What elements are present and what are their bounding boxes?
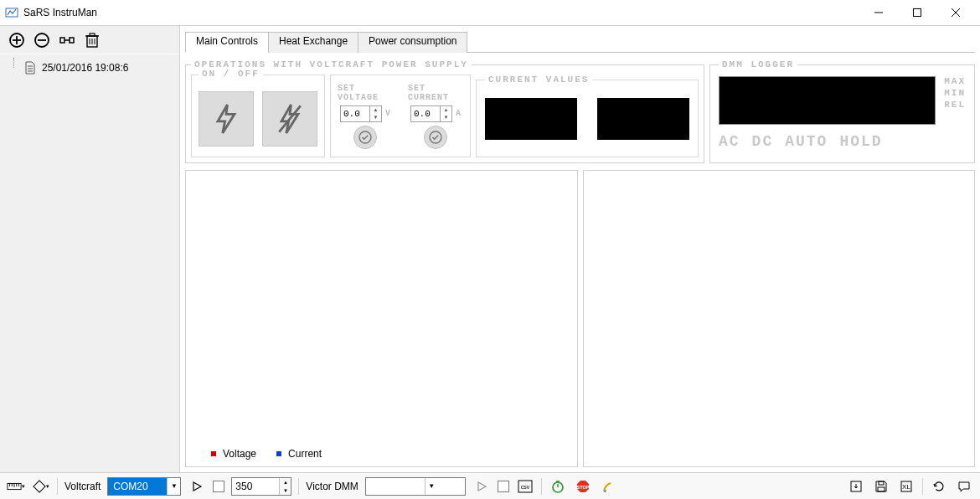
close-button[interactable]	[936, 0, 975, 25]
svg-rect-40	[879, 481, 884, 485]
current-values-group: CURRENT VALUES	[476, 75, 699, 157]
clean-button[interactable]	[599, 477, 617, 496]
chevron-down-icon: ▼	[425, 478, 438, 495]
title-bar: SaRS InstruMan	[0, 0, 980, 25]
voltcraft-port-value: COM20	[108, 478, 167, 495]
svg-rect-18	[90, 33, 95, 36]
content-area: Main Controls Heat Exchange Power consum…	[180, 26, 980, 472]
voltage-input[interactable]	[341, 106, 369, 121]
power-off-button[interactable]	[262, 91, 317, 147]
current-input[interactable]	[411, 106, 440, 121]
app-icon	[5, 6, 18, 19]
current-spinner[interactable]: ▲▼	[410, 105, 452, 122]
svg-rect-10	[60, 38, 64, 43]
timer-button[interactable]	[549, 477, 567, 496]
add-button[interactable]	[7, 30, 27, 50]
dmm-min-label: MIN	[944, 88, 966, 98]
chart-right	[583, 170, 976, 467]
remove-button[interactable]	[32, 30, 52, 50]
dmm-display	[719, 76, 936, 125]
chat-button[interactable]	[955, 477, 973, 496]
victor-checkbox[interactable]	[498, 481, 509, 492]
tab-bar: Main Controls Heat Exchange Power consum…	[185, 31, 975, 53]
victor-play-button[interactable]	[472, 477, 491, 496]
up-arrow-icon[interactable]: ▲	[441, 106, 451, 114]
maximize-button[interactable]	[898, 0, 936, 25]
svg-rect-31	[34, 480, 45, 491]
svg-text:XL: XL	[902, 483, 910, 491]
operations-group: OPERATIONS WITH VOLTCRAFT POWER SUPPLY O…	[185, 59, 704, 163]
status-bar: ▾ ▾ Voltcraft COM20 ▼ ▲▼ Victor DMM ▼ cs…	[0, 472, 980, 499]
dmm-rel-label: REL	[944, 100, 966, 110]
current-display	[597, 98, 689, 140]
victor-label: Victor DMM	[306, 481, 358, 492]
apply-voltage-button[interactable]	[353, 126, 377, 149]
up-arrow-icon[interactable]: ▲	[370, 106, 381, 114]
interval-spinner[interactable]: ▲▼	[231, 477, 291, 496]
chart-left: Voltage Current	[185, 170, 578, 467]
export-button[interactable]	[847, 477, 865, 496]
dmm-logger-group: DMM LOGGER MAX MIN REL AC DC AUTO HOLD	[709, 59, 975, 163]
window-title: SaRS InstruMan	[23, 7, 859, 18]
svg-text:csv: csv	[521, 484, 530, 490]
delete-button[interactable]	[82, 30, 102, 50]
minimize-button[interactable]	[859, 0, 898, 25]
svg-rect-2	[914, 9, 921, 17]
svg-rect-41	[878, 487, 885, 491]
set-current-label: SET CURRENT	[408, 84, 463, 102]
dmm-dc-indicator: DC	[752, 133, 774, 150]
document-icon	[23, 61, 37, 75]
link-button[interactable]	[57, 30, 77, 50]
csv-button[interactable]: csv	[516, 477, 534, 496]
legend-swatch-current	[276, 451, 281, 456]
svg-rect-11	[70, 38, 74, 43]
dmm-auto-indicator: AUTO	[785, 133, 828, 150]
save-button[interactable]	[872, 477, 890, 496]
session-tree[interactable]: 25/01/2016 19:08:6	[0, 54, 179, 81]
sidebar-toolbar	[0, 26, 179, 54]
dmm-title: DMM LOGGER	[719, 59, 797, 69]
voltcraft-label: Voltcraft	[64, 481, 101, 492]
tab-power-consumption[interactable]: Power consumption	[358, 32, 467, 53]
ruler-button[interactable]: ▾	[7, 477, 25, 496]
excel-button[interactable]: XL	[897, 477, 916, 496]
chevron-down-icon: ▼	[167, 478, 180, 495]
voltcraft-port-dropdown[interactable]: COM20 ▼	[107, 477, 181, 496]
down-arrow-icon[interactable]: ▼	[441, 114, 451, 121]
voltcraft-play-button[interactable]	[188, 477, 206, 496]
voltage-unit: V	[385, 109, 390, 118]
set-voltage-label: SET VOLTAGE	[338, 84, 393, 102]
victor-port-dropdown[interactable]: ▼	[365, 477, 466, 496]
power-on-button[interactable]	[199, 91, 254, 147]
tab-heat-exchange[interactable]: Heat Exchange	[268, 32, 358, 53]
victor-port-value	[366, 478, 425, 495]
sidebar: 25/01/2016 19:08:6	[0, 26, 180, 472]
voltcraft-checkbox[interactable]	[213, 481, 224, 492]
apply-current-button[interactable]	[424, 126, 447, 149]
legend-label-current: Current	[288, 448, 322, 460]
tab-main-controls[interactable]: Main Controls	[185, 32, 269, 53]
svg-text:STOP: STOP	[576, 484, 589, 489]
voltage-spinner[interactable]: ▲▼	[340, 105, 382, 122]
voltage-display	[485, 98, 577, 140]
stop-button[interactable]: STOP	[574, 477, 592, 496]
interval-input[interactable]	[232, 478, 279, 495]
chart-legend: Voltage Current	[211, 448, 322, 460]
up-arrow-icon[interactable]: ▲	[280, 478, 291, 486]
onoff-label: ON / OFF	[199, 69, 263, 79]
refresh-button[interactable]	[930, 477, 948, 496]
current-unit: A	[456, 109, 461, 118]
down-arrow-icon[interactable]: ▼	[280, 486, 291, 495]
down-arrow-icon[interactable]: ▼	[370, 114, 381, 121]
tree-item-label: 25/01/2016 19:08:6	[42, 62, 128, 74]
dmm-max-label: MAX	[944, 76, 966, 86]
dmm-ac-indicator: AC	[719, 133, 740, 150]
legend-label-voltage: Voltage	[223, 448, 256, 460]
tree-item[interactable]: 25/01/2016 19:08:6	[5, 58, 174, 78]
paint-button[interactable]: ▾	[32, 477, 50, 496]
current-values-title: CURRENT VALUES	[485, 75, 592, 85]
dmm-hold-indicator: HOLD	[839, 133, 882, 150]
legend-swatch-voltage	[211, 451, 216, 456]
